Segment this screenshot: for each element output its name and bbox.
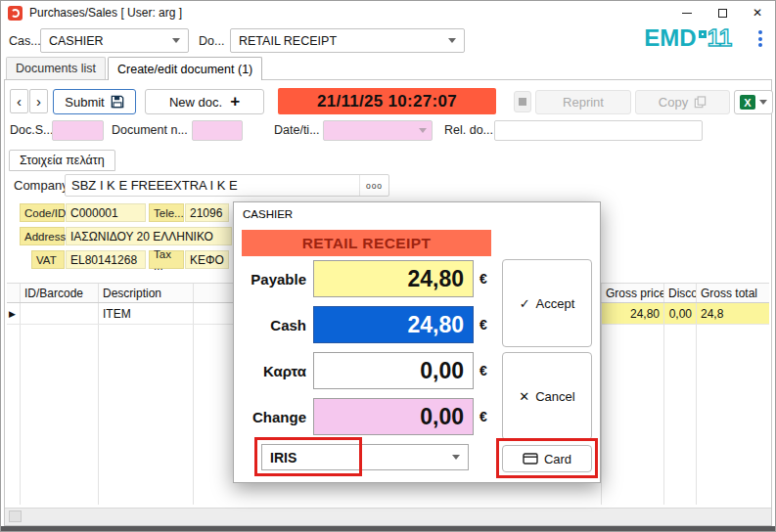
cross-icon: ✕	[519, 389, 529, 404]
cell-discount: 0,00	[664, 303, 697, 324]
tab-create-edit-document[interactable]: Create/edit document (1)	[108, 57, 262, 80]
currency-label: €	[479, 317, 487, 332]
code-id-value[interactable]: C000001	[66, 203, 146, 222]
col-gross-price[interactable]: Gross price	[602, 284, 664, 302]
maximize-icon	[718, 9, 727, 18]
document-number-input[interactable]	[192, 120, 243, 141]
excel-export-button[interactable]: X	[734, 90, 773, 114]
datetime-input[interactable]	[323, 120, 433, 141]
excel-icon: X	[740, 95, 755, 110]
maximize-button[interactable]	[705, 1, 740, 24]
doc-type-select-value: RETAIL RECEIPT	[239, 34, 337, 48]
col-description[interactable]: Description	[99, 284, 194, 302]
tab-customer-details[interactable]: Στοιχεία πελάτη	[9, 150, 115, 171]
vat-label: VAT	[31, 250, 65, 269]
dialog-receipt-header: RETAIL RECEIPT	[242, 230, 491, 256]
change-row: Change 0,00 €	[242, 397, 487, 436]
window-title: Purchases/Sales [ User: arg ]	[29, 6, 182, 20]
minimize-button[interactable]	[669, 1, 705, 24]
change-value: 0,00	[420, 404, 464, 430]
close-button[interactable]: ✕	[740, 1, 775, 24]
chevron-down-icon	[419, 128, 427, 133]
col-marker	[7, 284, 21, 302]
card-amount-input[interactable]: 0,00	[313, 352, 474, 389]
tab-documents-list[interactable]: Documents list	[6, 57, 106, 79]
emdi-logo-solid: EMD	[644, 24, 696, 52]
kebab-menu-icon[interactable]	[758, 30, 762, 47]
app-icon	[8, 6, 23, 21]
card-icon	[523, 453, 538, 465]
payment-method-value: IRIS	[270, 450, 297, 466]
status-bar	[5, 508, 771, 525]
forward-icon: ›	[36, 93, 41, 110]
emdi-logo: EMD11	[644, 24, 732, 52]
cancel-button[interactable]: ✕ Cancel	[502, 352, 592, 440]
cashier-dialog: CASHIER RETAIL RECEIPT Payable 24,80 € C…	[233, 201, 601, 483]
doc-type-select[interactable]: RETAIL RECEIPT	[230, 28, 465, 53]
address-value[interactable]: ΙΑΣΩΝΙΔΟΥ 20 ΕΛΛΗΝΙΚΟ	[66, 227, 232, 245]
doc-series-input[interactable]	[52, 120, 104, 141]
document-number-label: Document n...	[112, 123, 188, 137]
row-marker-icon: ▶	[7, 303, 21, 324]
application-window: Purchases/Sales [ User: arg ] ✕ Cas... C…	[0, 0, 776, 532]
copy-icon	[694, 96, 707, 109]
reprint-button[interactable]: Reprint	[535, 90, 631, 114]
company-input[interactable]: SBZ I K E FREEEXTRA I K E ooo	[65, 174, 389, 197]
chevron-down-icon	[452, 455, 460, 460]
payable-label: Payable	[242, 271, 306, 288]
cash-input[interactable]: 24,80	[313, 306, 474, 343]
chevron-down-icon	[448, 38, 456, 43]
payable-input[interactable]: 24,80	[313, 260, 474, 297]
vat-value[interactable]: EL80141268	[66, 250, 146, 269]
submit-label: Submit	[65, 95, 104, 110]
payment-method-select[interactable]: IRIS	[261, 444, 469, 470]
forward-button[interactable]: ›	[29, 89, 48, 113]
company-value: SBZ I K E FREEEXTRA I K E	[71, 178, 238, 193]
col-gross-total[interactable]: Gross total	[697, 284, 769, 302]
minimize-icon	[682, 13, 692, 14]
accept-button[interactable]: ✓ Accept	[502, 259, 592, 347]
save-icon	[111, 95, 124, 109]
payable-value: 24,80	[407, 266, 464, 292]
cash-label: Cash	[242, 317, 306, 333]
doc-series-label: Doc.S...	[10, 123, 53, 137]
cell-gross-total: 24,8	[697, 303, 769, 324]
cashier-select-value: CASHIER	[49, 34, 104, 48]
accept-label: Accept	[536, 296, 575, 311]
submit-button[interactable]: Submit	[53, 89, 136, 114]
telephone-value[interactable]: 21096	[185, 203, 229, 222]
col-id-barcode[interactable]: ID/Barcode	[21, 284, 99, 302]
dialog-title: CASHIER	[234, 202, 600, 226]
copy-label: Copy	[659, 95, 688, 110]
window-controls: ✕	[669, 1, 775, 24]
related-doc-label: Rel. do...	[444, 123, 493, 137]
copy-button[interactable]: Copy	[635, 90, 730, 114]
check-icon: ✓	[520, 296, 530, 311]
new-doc-button[interactable]: New doc. +	[145, 89, 264, 114]
currency-label: €	[479, 363, 487, 378]
payable-row: Payable 24,80 €	[242, 259, 487, 298]
chevron-down-icon	[759, 100, 767, 105]
col-discount[interactable]: Disco	[664, 284, 697, 302]
status-grip	[9, 510, 22, 522]
back-button[interactable]: ‹	[10, 89, 28, 113]
telephone-label: Tele...	[149, 203, 184, 222]
card-button[interactable]: Card	[502, 445, 592, 472]
card-label: Card	[544, 452, 571, 466]
back-icon: ‹	[17, 93, 22, 110]
tax-office-value[interactable]: ΚΕΦΟ	[185, 250, 229, 269]
datetime-display: 21/11/25 10:27:07	[278, 88, 496, 114]
change-input[interactable]: 0,00	[313, 398, 474, 435]
printer-icon-button[interactable]	[514, 91, 531, 112]
chevron-down-icon	[172, 38, 180, 43]
cashier-select[interactable]: CASHIER	[40, 28, 189, 53]
cell-gross-price: 24,80	[602, 303, 664, 324]
card-amount-row: Καρτα 0,00 €	[242, 351, 487, 390]
new-doc-label: New doc.	[169, 95, 222, 110]
doc-type-label: Do...	[199, 34, 224, 48]
lookup-dots-icon[interactable]: ooo	[359, 175, 388, 196]
related-doc-input[interactable]	[494, 120, 703, 141]
change-label: Change	[242, 409, 306, 425]
cash-row: Cash 24,80 €	[242, 305, 487, 344]
plus-icon: +	[230, 92, 240, 111]
